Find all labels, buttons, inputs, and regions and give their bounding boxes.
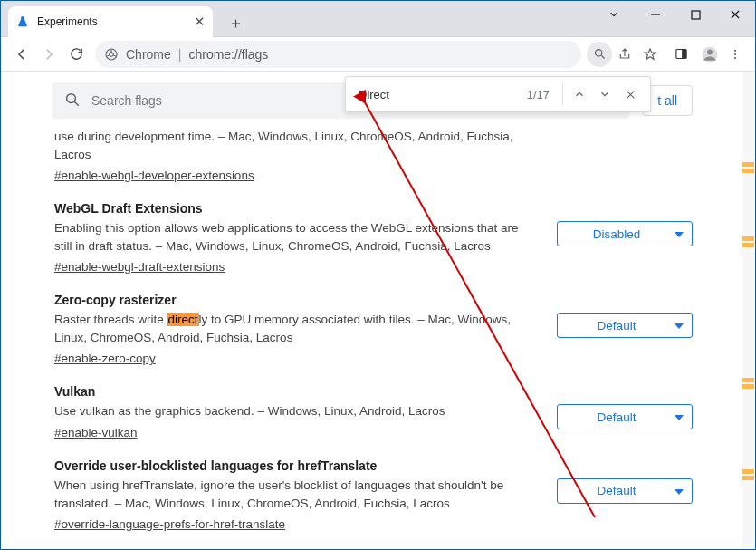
svg-point-9 bbox=[707, 49, 713, 54]
tab-title: Experiments bbox=[37, 15, 194, 28]
flag-anchor[interactable]: #enable-vulkan bbox=[54, 426, 138, 439]
flag-title: Vulkan bbox=[54, 384, 539, 399]
flag-anchor[interactable]: #enable-zero-copy bbox=[54, 352, 156, 365]
find-match-tick bbox=[742, 384, 754, 389]
search-placeholder: Search flags bbox=[91, 93, 162, 108]
omnibox-url: chrome://flags bbox=[188, 47, 268, 62]
window-close-button[interactable] bbox=[715, 1, 755, 28]
reload-button[interactable] bbox=[62, 41, 90, 68]
find-match-tick bbox=[742, 169, 754, 173]
flag-desc: Enabling this option allows web applicat… bbox=[54, 219, 539, 255]
find-match-tick bbox=[742, 378, 754, 382]
browser-tab[interactable]: Experiments ✕ bbox=[8, 6, 213, 37]
title-bar: Experiments ✕ ＋ bbox=[1, 1, 755, 37]
menu-icon[interactable] bbox=[723, 42, 748, 67]
flag-desc: Use vulkan as the graphics backend. – Wi… bbox=[54, 402, 539, 420]
close-tab-icon[interactable]: ✕ bbox=[194, 14, 206, 30]
flag-title: WebGL Draft Extensions bbox=[54, 201, 539, 216]
find-match-tick bbox=[742, 476, 754, 480]
find-in-page-bar[interactable]: Direct 1/17 bbox=[345, 76, 651, 112]
flag-select[interactable]: Default bbox=[557, 404, 693, 429]
new-tab-button[interactable]: ＋ bbox=[223, 10, 248, 35]
flag-desc: Raster threads write directly to GPU mem… bbox=[54, 311, 539, 346]
flag-title: Zero-copy rasterizer bbox=[54, 293, 539, 307]
find-query[interactable]: Direct bbox=[359, 88, 527, 101]
flag-anchor[interactable]: #override-language-prefs-for-href-transl… bbox=[54, 517, 285, 531]
omnibox-prefix: Chrome bbox=[126, 47, 171, 62]
search-icon bbox=[64, 92, 81, 111]
flag-desc: use during development time. – Mac, Wind… bbox=[54, 128, 539, 163]
find-next-button[interactable] bbox=[592, 82, 617, 107]
svg-line-5 bbox=[601, 55, 604, 58]
svg-rect-7 bbox=[682, 50, 686, 59]
flag-desc: When using hrefTranslate, ignore the use… bbox=[54, 477, 539, 512]
find-match-tick bbox=[742, 162, 754, 167]
bookmark-icon[interactable] bbox=[637, 42, 663, 67]
find-count: 1/17 bbox=[527, 88, 550, 101]
flag-anchor[interactable]: #enable-webgl-draft-extensions bbox=[54, 260, 225, 274]
find-match-tick bbox=[742, 243, 754, 247]
side-panel-icon[interactable] bbox=[668, 42, 694, 67]
svg-point-11 bbox=[734, 53, 736, 54]
window-minimize-button[interactable] bbox=[636, 1, 675, 28]
tab-search-button[interactable] bbox=[594, 1, 634, 28]
window-maximize-button[interactable] bbox=[675, 1, 715, 28]
flag-select[interactable]: Default bbox=[557, 478, 693, 504]
flask-icon bbox=[15, 14, 30, 29]
svg-point-13 bbox=[67, 93, 76, 102]
forward-button[interactable] bbox=[35, 41, 62, 68]
svg-point-12 bbox=[734, 57, 736, 59]
find-match-tick bbox=[742, 236, 754, 241]
find-highlight: direct bbox=[167, 313, 199, 326]
profile-icon[interactable] bbox=[697, 42, 723, 67]
back-button[interactable] bbox=[8, 41, 35, 68]
find-close-button[interactable] bbox=[617, 82, 643, 107]
chrome-icon bbox=[104, 47, 119, 62]
svg-point-3 bbox=[110, 52, 114, 56]
flag-anchor[interactable]: #enable-webgl-developer-extensions bbox=[54, 169, 254, 182]
svg-point-10 bbox=[734, 49, 736, 51]
find-match-tick bbox=[742, 469, 754, 474]
toolbar: Chrome | chrome://flags bbox=[1, 37, 755, 72]
find-toolbar-icon[interactable] bbox=[587, 42, 612, 67]
find-prev-button[interactable] bbox=[567, 82, 592, 107]
svg-line-14 bbox=[74, 101, 79, 106]
flag-select[interactable]: Default bbox=[557, 313, 693, 338]
page-content: Search flags t all use during developmen… bbox=[2, 72, 742, 548]
flag-select[interactable]: Disabled bbox=[557, 221, 693, 246]
flag-title: Override user-blocklisted languages for … bbox=[54, 458, 539, 473]
svg-point-4 bbox=[595, 50, 602, 57]
svg-rect-1 bbox=[692, 11, 700, 19]
share-icon[interactable] bbox=[612, 42, 637, 67]
omnibox[interactable]: Chrome | chrome://flags bbox=[95, 41, 581, 68]
